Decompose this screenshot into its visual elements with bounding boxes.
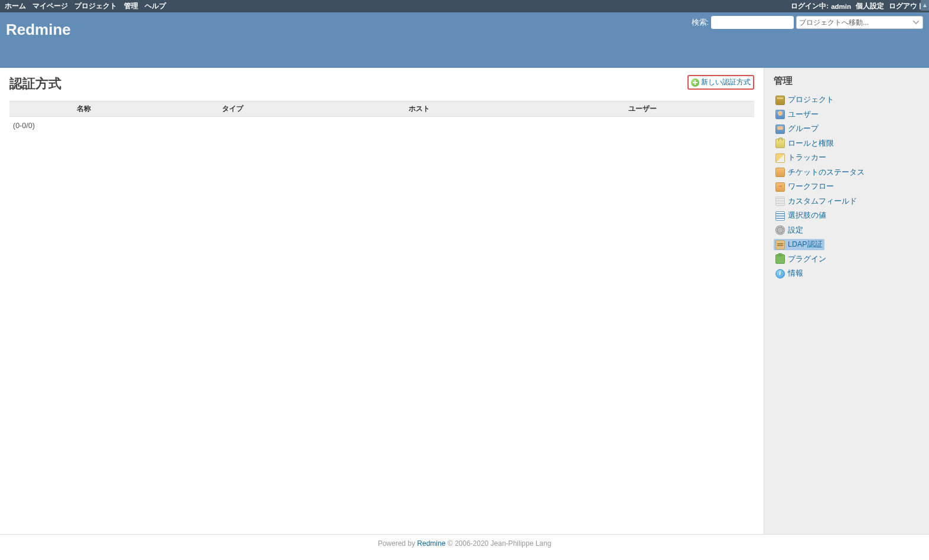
sidebar-link-9[interactable]: 設定	[774, 225, 805, 236]
nav-admin[interactable]: 管理	[124, 2, 138, 9]
sidebar-item: チケットのステータス	[774, 166, 920, 181]
sidebar-item: カスタムフィールド	[774, 195, 920, 209]
nav-home[interactable]: ホーム	[5, 2, 26, 9]
sidebar-link-11[interactable]: プラグイン	[774, 254, 828, 265]
nav-help[interactable]: ヘルプ	[145, 2, 166, 9]
col-users: ユーザー	[531, 101, 754, 117]
scroll-to-top-button[interactable]: ▲	[921, 0, 929, 11]
sidebar-item-label: ワークフロー	[788, 182, 834, 192]
footer-powered: Powered by	[378, 539, 418, 548]
col-name: 名称	[9, 101, 158, 117]
col-type: タイプ	[158, 101, 307, 117]
header: 検索: プロジェクトへ移動... Redmine	[0, 12, 929, 68]
list-icon	[775, 211, 785, 221]
sidebar-item-label: トラッカー	[788, 153, 826, 163]
tag-icon	[775, 153, 785, 163]
sidebar-item-label: 選択肢の値	[788, 211, 826, 221]
footer: Powered by Redmine © 2006-2020 Jean-Phil…	[0, 534, 929, 552]
sidebar-item-label: 設定	[788, 225, 803, 235]
server-icon	[775, 240, 785, 250]
field-icon	[775, 197, 785, 206]
sidebar-item: ワークフロー	[774, 180, 920, 195]
admin-menu: プロジェクトユーザーグループロールと権限トラッカーチケットのステータスワークフロ…	[774, 93, 920, 281]
sidebar-item: ロールと権限	[774, 137, 920, 152]
sidebar-link-4[interactable]: トラッカー	[774, 152, 828, 163]
sidebar-item-label: 情報	[788, 268, 803, 279]
sidebar-link-6[interactable]: ワークフロー	[774, 181, 836, 192]
plugin-icon	[775, 254, 785, 264]
sidebar-link-10[interactable]: LDAP認証	[774, 239, 824, 250]
user-icon	[775, 110, 785, 119]
sidebar-title: 管理	[774, 75, 920, 87]
sidebar-link-2[interactable]: グループ	[774, 123, 820, 135]
auth-modes-table: 名称 タイプ ホスト ユーザー	[9, 101, 754, 117]
gear-icon	[775, 225, 785, 235]
sidebar-link-1[interactable]: ユーザー	[774, 109, 820, 120]
sidebar-link-3[interactable]: ロールと権限	[774, 138, 836, 149]
add-icon	[691, 78, 699, 87]
sidebar-item-label: プラグイン	[788, 254, 826, 264]
sidebar-item: 設定	[774, 224, 920, 238]
footer-copyright: © 2006-2020 Jean-Philippe Lang	[445, 539, 551, 548]
sidebar-item: プロジェクト	[774, 93, 920, 108]
new-auth-mode-label: 新しい認証方式	[701, 77, 751, 87]
sidebar-item: グループ	[774, 122, 920, 137]
sidebar-link-8[interactable]: 選択肢の値	[774, 210, 828, 221]
footer-app-link[interactable]: Redmine	[417, 539, 445, 548]
nav-mypage[interactable]: マイページ	[32, 2, 68, 9]
page-title: 認証方式	[9, 75, 754, 93]
nav-preferences[interactable]: 個人設定	[856, 2, 884, 11]
sidebar-item-label: LDAP認証	[788, 240, 823, 250]
table-header-row: 名称 タイプ ホスト ユーザー	[9, 101, 754, 117]
sidebar-item-label: グループ	[788, 124, 819, 134]
users-icon	[775, 125, 785, 134]
sidebar-link-7[interactable]: カスタムフィールド	[774, 196, 859, 207]
lock-icon	[775, 139, 785, 148]
contextual-actions: 新しい認証方式	[687, 75, 754, 90]
pagination-info: (0-0/0)	[9, 122, 754, 130]
nav-projects[interactable]: プロジェクト	[74, 2, 117, 9]
top-menu-right: ログイン中: admin 個人設定 ログアウト	[791, 2, 924, 11]
top-menu-left: ホーム マイページ プロジェクト 管理 ヘルプ	[5, 2, 171, 11]
status-icon	[775, 168, 785, 177]
sidebar-item-label: カスタムフィールド	[788, 197, 857, 207]
new-auth-mode-link[interactable]: 新しい認証方式	[687, 75, 754, 90]
sidebar-item: LDAP認証	[774, 238, 920, 253]
sidebar: 管理 プロジェクトユーザーグループロールと権限トラッカーチケットのステータスワー…	[764, 68, 929, 534]
main: 新しい認証方式 認証方式 名称 タイプ ホスト ユーザー (0-0/0) 管理 …	[0, 68, 929, 534]
flow-icon	[775, 182, 785, 192]
content: 新しい認証方式 認証方式 名称 タイプ ホスト ユーザー (0-0/0)	[0, 68, 764, 534]
current-user-link[interactable]: admin	[831, 3, 851, 10]
sidebar-item: 選択肢の値	[774, 209, 920, 224]
sidebar-item: ユーザー	[774, 108, 920, 123]
sidebar-item-label: チケットのステータス	[788, 168, 865, 178]
sidebar-item-label: ロールと権限	[788, 139, 834, 149]
sidebar-item: 情報	[774, 267, 920, 281]
top-menu: ホーム マイページ プロジェクト 管理 ヘルプ ログイン中: admin 個人設…	[0, 0, 929, 12]
sidebar-item-label: ユーザー	[788, 110, 819, 120]
logged-in-label: ログイン中:	[791, 2, 829, 11]
sidebar-link-5[interactable]: チケットのステータス	[774, 167, 866, 178]
col-host: ホスト	[307, 101, 530, 117]
box-icon	[775, 96, 785, 105]
sidebar-link-12[interactable]: 情報	[774, 268, 805, 279]
sidebar-link-0[interactable]: プロジェクト	[774, 94, 836, 106]
search-label: 検索:	[692, 18, 709, 28]
sidebar-item: トラッカー	[774, 151, 920, 166]
quick-search: 検索: プロジェクトへ移動...	[692, 16, 923, 29]
sidebar-item-label: プロジェクト	[788, 95, 834, 105]
search-input[interactable]	[711, 16, 794, 29]
nav-logout[interactable]: ログアウト	[889, 2, 924, 11]
sidebar-item: プラグイン	[774, 253, 920, 267]
info-icon	[775, 269, 785, 279]
project-jump-select[interactable]: プロジェクトへ移動...	[796, 16, 923, 29]
